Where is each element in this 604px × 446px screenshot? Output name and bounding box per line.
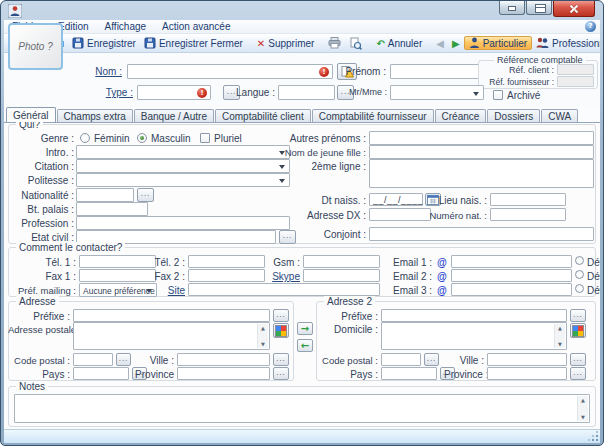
tab-banque-autre[interactable]: Banque / Autre xyxy=(134,109,214,122)
numero-nat-input[interactable] xyxy=(490,208,566,221)
save-button[interactable]: Enregistrer xyxy=(68,36,140,50)
scroll-down-icon[interactable]: ▼ xyxy=(258,341,268,347)
nationalite-input[interactable] xyxy=(76,188,134,202)
profession-input[interactable] xyxy=(76,216,290,230)
site-label[interactable]: Site xyxy=(134,284,185,297)
email2-input[interactable] xyxy=(451,269,572,282)
adresse2-province-input[interactable] xyxy=(487,367,567,380)
tab-dossiers[interactable]: Dossiers xyxy=(487,109,540,122)
type-input[interactable]: ! xyxy=(137,85,211,100)
nom-jeune-fille-input[interactable] xyxy=(369,145,594,159)
adresse-code-postal-ellipsis-button[interactable]: ... xyxy=(116,353,131,366)
title-bar[interactable] xyxy=(1,1,603,20)
nationalite-ellipsis-button[interactable]: ... xyxy=(137,188,154,202)
scroll-up-icon[interactable]: ▲ xyxy=(258,325,268,331)
tab-cwa[interactable]: CWA xyxy=(541,109,578,122)
professionnel-toggle-button[interactable]: Professionnel xyxy=(532,36,600,50)
adresse2-province-ellipsis-button[interactable]: ... xyxy=(570,367,586,380)
tab-comptabilite-fournisseur[interactable]: Comptabilité fournisseur xyxy=(312,109,434,122)
copy-address-left-button[interactable]: ← xyxy=(297,339,313,352)
particulier-toggle-button[interactable]: Particulier xyxy=(464,36,532,50)
close-button[interactable] xyxy=(553,1,595,17)
adresse2-code-postal-ellipsis-button[interactable]: ... xyxy=(424,353,439,366)
print-preview-button[interactable] xyxy=(345,36,366,51)
adresse2-pays-input[interactable] xyxy=(381,367,437,380)
photo-box[interactable]: Photo ? xyxy=(8,23,63,70)
maximize-button[interactable] xyxy=(526,1,552,15)
citation-select[interactable] xyxy=(76,159,290,173)
notes-textarea[interactable]: ▲ ▼ xyxy=(14,394,590,423)
email3-def-radio[interactable] xyxy=(575,284,584,293)
adresse-prefixe-input[interactable] xyxy=(73,309,270,322)
undo-button[interactable]: ↶ Annuler xyxy=(372,37,426,50)
pluriel-checkbox[interactable] xyxy=(200,133,210,143)
conjoint-input[interactable] xyxy=(369,227,594,241)
adresse-ville-input[interactable] xyxy=(177,353,270,366)
adresse-dx-input[interactable] xyxy=(369,208,431,221)
bt-palais-input[interactable] xyxy=(76,202,148,216)
previous-record-button[interactable]: ◀ xyxy=(432,37,448,50)
tab-creance[interactable]: Créance xyxy=(435,109,487,122)
minimize-button[interactable] xyxy=(499,1,525,15)
email1-input[interactable] xyxy=(451,255,572,268)
adresse-province-input[interactable] xyxy=(177,367,270,380)
langue-input[interactable] xyxy=(278,85,335,100)
genre-feminin-radio[interactable] xyxy=(80,133,90,143)
tab-champs-extra[interactable]: Champs extra xyxy=(57,109,133,122)
adresse-prefixe-ellipsis-button[interactable]: ... xyxy=(273,309,289,322)
deuxieme-ligne-textarea[interactable] xyxy=(369,159,594,188)
nom-label[interactable]: Nom : xyxy=(54,65,122,78)
scroll-up-icon[interactable]: ▲ xyxy=(555,325,565,331)
adresse2-ville-input[interactable] xyxy=(487,353,567,366)
email3-at-icon[interactable]: @ xyxy=(437,284,447,297)
site-input[interactable] xyxy=(188,283,380,296)
email1-def-radio[interactable] xyxy=(575,256,584,265)
adresse2-code-postal-input[interactable] xyxy=(381,353,421,366)
menu-affichage[interactable]: Affichage xyxy=(97,20,155,34)
adresse2-ville-ellipsis-button[interactable]: ... xyxy=(570,353,586,366)
tab-comptabilite-client[interactable]: Comptabilité client xyxy=(215,109,311,122)
archive-checkbox[interactable] xyxy=(493,90,503,100)
scroll-up-icon[interactable]: ▲ xyxy=(578,397,588,403)
adresse-postale-textarea[interactable]: ▲ ▼ xyxy=(73,322,270,350)
adresse-pays-input[interactable] xyxy=(73,367,129,380)
adresse-map-button[interactable] xyxy=(273,323,289,338)
type-label[interactable]: Type : xyxy=(60,86,133,99)
next-record-button[interactable]: ▶ xyxy=(448,37,464,50)
email2-at-icon[interactable]: @ xyxy=(437,270,447,283)
prenom-input[interactable] xyxy=(390,64,484,79)
scrollbar[interactable]: ▲ ▼ xyxy=(577,396,588,421)
adresse-province-ellipsis-button[interactable]: ... xyxy=(273,367,289,380)
intro-select[interactable] xyxy=(76,145,290,159)
scroll-down-icon[interactable]: ▼ xyxy=(578,414,588,420)
gsm-input[interactable] xyxy=(303,255,380,268)
mr-mme-select[interactable] xyxy=(390,85,484,100)
adresse2-prefixe-input[interactable] xyxy=(381,309,567,322)
save-close-button[interactable]: Enregistrer Fermer xyxy=(140,36,247,50)
tab-general[interactable]: Général xyxy=(6,107,56,122)
etat-civil-ellipsis-button[interactable]: ... xyxy=(279,230,296,244)
adresse2-prefixe-ellipsis-button[interactable]: ... xyxy=(570,309,586,322)
lieu-nais-input[interactable] xyxy=(490,193,566,206)
copy-address-right-button[interactable]: → xyxy=(297,322,313,335)
genre-masculin-radio[interactable] xyxy=(137,133,147,143)
delete-button[interactable]: ✕ Supprimer xyxy=(253,37,319,50)
print-button[interactable] xyxy=(324,36,345,50)
email3-input[interactable] xyxy=(451,283,572,296)
adresse2-map-button[interactable] xyxy=(570,323,586,338)
dt-naiss-input[interactable]: __/__/____ xyxy=(369,193,423,206)
resize-grip[interactable] xyxy=(589,432,598,441)
adresse-ville-ellipsis-button[interactable]: ... xyxy=(273,353,289,366)
menu-action-avancee[interactable]: Action avancée xyxy=(154,20,238,34)
scrollbar[interactable]: ▲ ▼ xyxy=(257,324,268,348)
nom-input[interactable]: ! xyxy=(127,64,333,79)
scroll-down-icon[interactable]: ▼ xyxy=(555,341,565,347)
politesse-select[interactable] xyxy=(76,173,290,187)
skype-label[interactable]: Skype xyxy=(249,270,300,283)
email2-def-radio[interactable] xyxy=(575,270,584,279)
scrollbar[interactable]: ▲ ▼ xyxy=(554,324,565,348)
email1-at-icon[interactable]: @ xyxy=(437,256,447,269)
autres-prenoms-input[interactable] xyxy=(369,131,594,145)
adresse-code-postal-input[interactable] xyxy=(73,353,113,366)
skype-input[interactable] xyxy=(303,269,380,282)
